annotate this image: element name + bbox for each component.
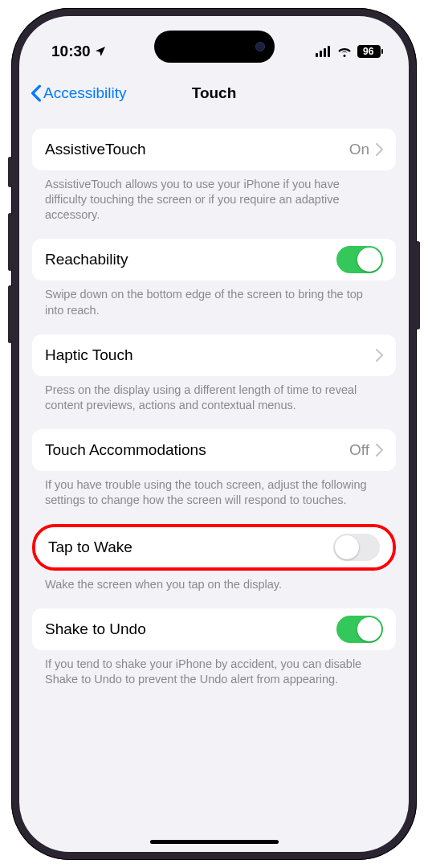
cellular-icon: [316, 46, 332, 57]
svg-rect-3: [328, 46, 330, 57]
svg-rect-2: [324, 48, 326, 57]
svg-rect-5: [381, 49, 383, 54]
nav-bar: Accessibility Touch: [19, 72, 409, 114]
svg-rect-0: [316, 53, 318, 57]
row-reachability[interactable]: Reachability: [32, 239, 396, 280]
row-footer: AssistiveTouch allows you to use your iP…: [32, 170, 396, 239]
row-footer: Wake the screen when you tap on the disp…: [32, 571, 396, 608]
row-tap-to-wake[interactable]: Tap to Wake: [35, 527, 393, 567]
row-label: Haptic Touch: [45, 346, 376, 364]
home-indicator[interactable]: [150, 840, 279, 844]
settings-list: AssistiveTouch On AssistiveTouch allows …: [19, 114, 409, 691]
chevron-right-icon: [376, 444, 383, 457]
row-label: Tap to Wake: [48, 538, 333, 556]
row-label: Shake to Undo: [45, 620, 336, 638]
back-label: Accessibility: [43, 84, 126, 102]
screen: 10:30: [19, 16, 409, 852]
row-value: On: [349, 141, 369, 158]
row-label: Reachability: [45, 251, 336, 268]
back-button[interactable]: Accessibility: [31, 84, 126, 102]
svg-rect-1: [320, 51, 322, 57]
reachability-toggle[interactable]: [336, 246, 383, 273]
battery-icon: 96: [357, 45, 383, 58]
side-button: [416, 241, 420, 330]
row-assistivetouch[interactable]: AssistiveTouch On: [32, 129, 396, 170]
wifi-icon: [336, 46, 353, 57]
front-camera-icon: [255, 42, 265, 51]
ringer-switch: [8, 157, 12, 187]
volume-down-button: [8, 285, 12, 343]
chevron-left-icon: [31, 84, 42, 102]
row-value: Off: [349, 441, 369, 459]
row-footer: If you tend to shake your iPhone by acci…: [32, 650, 396, 690]
row-footer: Swipe down on the bottom edge of the scr…: [32, 280, 396, 334]
row-label: Touch Accommodations: [45, 441, 349, 459]
row-haptic-touch[interactable]: Haptic Touch: [32, 334, 396, 376]
phone-frame: 10:30: [11, 8, 417, 860]
shake-to-undo-toggle[interactable]: [336, 616, 383, 643]
chevron-right-icon: [376, 349, 383, 362]
highlight-annotation: Tap to Wake: [32, 524, 396, 571]
volume-up-button: [8, 213, 12, 271]
row-footer: Press on the display using a different l…: [32, 376, 396, 429]
dynamic-island: [154, 31, 275, 63]
tap-to-wake-toggle[interactable]: [333, 534, 380, 561]
chevron-right-icon: [376, 143, 383, 156]
row-touch-accommodations[interactable]: Touch Accommodations Off: [32, 429, 396, 471]
status-time: 10:30: [51, 43, 91, 60]
location-icon: [94, 45, 107, 58]
row-shake-to-undo[interactable]: Shake to Undo: [32, 608, 396, 650]
row-label: AssistiveTouch: [45, 141, 349, 158]
row-footer: If you have trouble using the touch scre…: [32, 471, 396, 524]
